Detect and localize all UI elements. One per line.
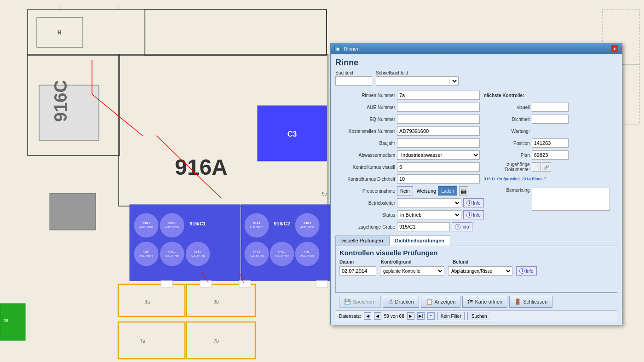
- kontrollen-box: Kontrollen visuelle Prüfungen Datum Kont…: [335, 246, 617, 293]
- betriebsleiter-info-button[interactable]: ℹ Info: [463, 198, 484, 207]
- rinnen-nummer-input[interactable]: [397, 91, 480, 100]
- aue-nummer-input[interactable]: [397, 103, 480, 112]
- kontrollturnus-dichtheit-row: Kontrollturnus Dichtheit: [335, 174, 484, 184]
- eq-nummer-row: EQ Nummer: [335, 114, 484, 124]
- camera-button[interactable]: 📷: [459, 186, 468, 195]
- kontrollturnus-dichtheit-label: Kontrollturnus Dichtheit: [335, 177, 395, 182]
- bemerkung-textarea[interactable]: [532, 188, 610, 211]
- nav-next-button[interactable]: ▶: [407, 312, 414, 320]
- datum-input[interactable]: [339, 266, 376, 276]
- befund-select[interactable]: Abplatzungen/Risse: [448, 266, 512, 276]
- schnellsuchfeld-input[interactable]: [376, 76, 449, 86]
- datensatz-label: Datensatz:: [339, 314, 361, 319]
- svg-text:C53.1: C53.1: [168, 250, 176, 253]
- search-row: Suchtext Schnellsuchfeld: [335, 70, 617, 86]
- svg-text:916C: 916C: [51, 80, 70, 122]
- close-button[interactable]: ×: [611, 45, 618, 52]
- zugehoerige-grube-row: zugehörige Grube ℹ Info: [335, 222, 484, 232]
- svg-text:AUE 54783: AUE 54783: [139, 226, 154, 229]
- kontrollen-info-button[interactable]: ℹ Info: [516, 266, 537, 276]
- grube-info-button[interactable]: ℹ Info: [452, 222, 472, 231]
- abwassermedium-select[interactable]: Industrieabwasser: [397, 150, 480, 160]
- info-icon-2: ℹ: [466, 212, 472, 218]
- doc-icon-btn-1[interactable]: 📄: [532, 162, 541, 172]
- kostenstellen-row: Kostenstellen Nummer: [335, 126, 484, 136]
- kostenstellen-input[interactable]: [397, 126, 480, 136]
- rinnen-nummer-row: Rinnen Nummer: [335, 90, 484, 100]
- suchtext-group: Suchtext: [335, 70, 372, 86]
- svg-text:C55.: C55.: [144, 250, 150, 253]
- kontrollen-header: Datum Kontrollgrund Befund: [339, 259, 613, 264]
- dialog-title: Rinnen: [344, 46, 360, 52]
- karte-icon: 🗺: [467, 299, 473, 305]
- svg-point-46: [270, 241, 294, 266]
- speichern-button[interactable]: 💾 Speichern: [339, 296, 381, 308]
- visuell-input[interactable]: [532, 103, 569, 112]
- eq-nummer-input[interactable]: [397, 115, 480, 124]
- naechste-kontrolle-row: nächste Kontrolle:: [484, 90, 617, 100]
- svg-point-43: [244, 241, 269, 266]
- betriebsleiter-select[interactable]: [397, 198, 461, 207]
- baujahr-input[interactable]: [397, 138, 480, 148]
- svg-rect-63: [161, 281, 172, 287]
- zugehoerige-grube-input[interactable]: [397, 222, 450, 231]
- status-info-button[interactable]: ℹ Info: [463, 210, 484, 219]
- suchtext-label: Suchtext: [335, 70, 372, 75]
- svg-point-22: [160, 213, 184, 238]
- dichtheit-label: Dichtheit: [484, 117, 530, 122]
- plan-input[interactable]: [532, 150, 569, 160]
- nav-new-button[interactable]: *: [427, 312, 435, 320]
- nein-button[interactable]: Nein: [397, 186, 413, 195]
- wartung-row: Wartung:: [484, 126, 617, 136]
- datum-header: Datum: [339, 259, 377, 264]
- anzeigen-icon: 📋: [426, 299, 433, 305]
- karte-oeffnen-button[interactable]: 🗺 Karte öffnen: [462, 296, 507, 308]
- drucken-icon: 🖨: [388, 299, 393, 305]
- naechste-kontrolle-label: nächste Kontrolle:: [484, 93, 524, 98]
- tab-visuelle-pruefungen[interactable]: visuelle Prüfungen: [335, 236, 389, 246]
- suchen-button[interactable]: Suchen: [467, 312, 491, 320]
- schnellsuchfeld-dropdown[interactable]: [449, 76, 459, 86]
- suchtext-input[interactable]: [335, 76, 372, 86]
- kontrollen-empty-area: [339, 276, 613, 289]
- nav-last-button[interactable]: ▶|: [417, 312, 425, 320]
- schliessen-button[interactable]: 🚪 Schliessen: [509, 296, 552, 308]
- record-info: 59 von 68: [384, 314, 404, 319]
- svg-text:C3: C3: [288, 130, 297, 138]
- position-input[interactable]: [532, 138, 569, 148]
- status-select[interactable]: in Betrieb: [397, 210, 461, 219]
- eq-nummer-label: EQ Nummer: [335, 117, 395, 122]
- svg-text:C51.1: C51.1: [194, 250, 202, 253]
- form-left: Rinnen Nummer AUE Nummer EQ Nummer Koste…: [335, 90, 484, 232]
- doc-icon-btn-2[interactable]: 🔗: [542, 162, 551, 172]
- titlebar-left: ◼ Rinnen: [334, 46, 360, 52]
- dichtheit-input[interactable]: [532, 115, 569, 124]
- nav-prev-button[interactable]: ◀: [374, 312, 381, 320]
- svg-text:AUE 60876: AUE 60876: [139, 254, 154, 257]
- svg-text:916/C1: 916/C1: [190, 221, 206, 226]
- svg-text:9b: 9b: [213, 299, 219, 305]
- tab-dichtheits-pruefungen[interactable]: Dichtheitsprüfungen: [389, 236, 451, 246]
- kontrollen-title: Kontrollen visuelle Prüfungen: [339, 249, 613, 257]
- kontrollturnus-dichtheit-input[interactable]: [397, 174, 480, 184]
- svg-point-29: [160, 241, 184, 266]
- laden-button[interactable]: Laden: [438, 186, 457, 195]
- svg-point-49: [295, 241, 320, 266]
- position-label: Position: [484, 141, 530, 146]
- kontrollturnus-visuell-input[interactable]: [397, 162, 480, 172]
- svg-text:9a: 9a: [144, 299, 150, 305]
- svg-text:916A: 916A: [175, 155, 228, 179]
- info-icon-1: ℹ: [466, 200, 472, 206]
- probeentnahme-label: Probeentnahme: [335, 189, 395, 194]
- svg-text:AUE 54733: AUE 54733: [300, 226, 315, 229]
- kontrollgrund-header: Kontrollgrund: [381, 259, 449, 264]
- drucken-button[interactable]: 🖨 Drucken: [383, 296, 419, 308]
- dialog-titlebar: ◼ Rinnen ×: [331, 43, 622, 54]
- nav-first-button[interactable]: |◀: [364, 312, 371, 320]
- kein-filter-button[interactable]: Kein Filter: [437, 312, 465, 320]
- anzeigen-button[interactable]: 📋 Anzeigen: [421, 296, 461, 308]
- kontrollgrund-select[interactable]: geplante Kontrolle: [380, 266, 444, 276]
- dokumente-label: zugehörige Dokumente:: [484, 162, 530, 172]
- schnellsuchfeld-group: Schnellsuchfeld: [376, 70, 459, 86]
- svg-point-40: [295, 213, 320, 238]
